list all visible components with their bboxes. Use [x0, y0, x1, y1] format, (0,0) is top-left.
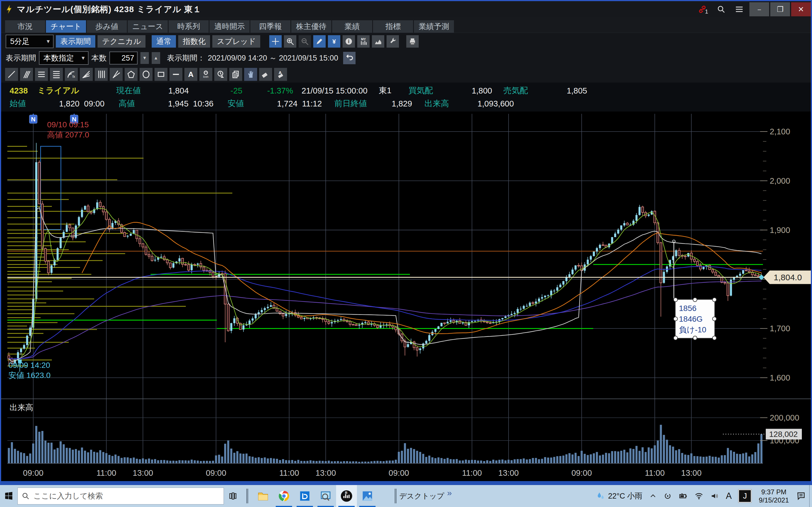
tab-市況[interactable]: 市況 — [5, 20, 45, 33]
hatch-lines-tool-button[interactable] — [20, 68, 33, 81]
chrome-taskbar-button[interactable] — [273, 485, 294, 507]
start-button[interactable] — [0, 485, 17, 507]
last-label: 現在値 — [116, 85, 141, 96]
yen-button[interactable]: ¥ — [328, 35, 340, 48]
tab-チャート[interactable]: チャート — [46, 20, 86, 33]
area-chart-button[interactable] — [372, 35, 384, 48]
period-toolbar: 表示期間 本数指定 ▼ 本数 257 ▼ ▲ 表示期間： 2021/09/09 … — [1, 50, 811, 66]
tab-指標[interactable]: 指標 — [373, 20, 413, 33]
pencil-button[interactable] — [313, 35, 326, 48]
clock-widget[interactable]: 9:37 PM 9/15/2021 — [759, 488, 789, 504]
fib-arcs-tool-button[interactable]: fx — [65, 68, 78, 81]
tab-株主優待[interactable]: 株主優待 — [291, 20, 331, 33]
zoom-in-icon — [286, 37, 294, 46]
reload-range-button[interactable] — [343, 52, 356, 64]
tab-歩み値[interactable]: 歩み値 — [87, 20, 127, 33]
tab-時系列[interactable]: 時系列 — [168, 20, 209, 33]
open-time: 09:00 — [84, 99, 105, 108]
interval-dropdown[interactable]: 5分足 ▼ — [6, 35, 54, 48]
crosshair-button[interactable] — [269, 35, 282, 48]
eraser-tool-button[interactable] — [259, 68, 272, 81]
wrench-icon — [389, 37, 397, 46]
taskbar-search-input[interactable]: ここに入力して検索 — [17, 488, 224, 504]
price-change: -25 — [189, 86, 243, 96]
high-label: 高値 — [119, 98, 135, 109]
count-label: 本数 — [91, 53, 107, 63]
restore-button[interactable]: ❐ — [770, 2, 790, 16]
count-up-button[interactable]: ▲ — [152, 52, 160, 64]
menu-icon[interactable] — [730, 1, 748, 17]
close-button[interactable]: ✕ — [791, 2, 811, 16]
tab-ニュース[interactable]: ニュース — [128, 20, 168, 33]
hlines4-tool-button[interactable] — [50, 68, 63, 81]
quote-datetime: 21/09/15 15:00:00 — [302, 86, 368, 96]
chevron-expand-icon[interactable]: » — [447, 488, 452, 498]
desktop-toolbar[interactable]: デスクトップ » — [395, 489, 452, 503]
show-desktop-button[interactable] — [809, 485, 812, 507]
action-center-icon[interactable] — [796, 491, 806, 501]
minimize-button[interactable]: － — [749, 2, 769, 16]
emoji-tool-button[interactable]: icon — [199, 68, 212, 81]
task-view-button[interactable] — [224, 485, 242, 507]
info-button[interactable]: i — [343, 35, 355, 48]
eraser-text-tool-button[interactable]: A — [274, 68, 287, 81]
copy-tool-button[interactable] — [229, 68, 242, 81]
toolbar-button-通常[interactable]: 通常 — [152, 35, 176, 48]
price-volume-chart[interactable]: 1,6001,7001,8001,9002,0002,100100,000200… — [1, 112, 811, 481]
mail-app-taskbar-button[interactable] — [294, 485, 315, 507]
pentagon-tool-button[interactable] — [124, 68, 138, 81]
clock-time: 9:37 PM — [759, 488, 789, 496]
tab-業績[interactable]: 業績 — [332, 20, 372, 33]
printer-button[interactable] — [406, 35, 419, 48]
ime-mode[interactable]: A — [726, 491, 732, 501]
photos-app-taskbar-button[interactable] — [357, 485, 378, 507]
text-a-tool-button[interactable]: A — [185, 68, 197, 81]
low-label: 安値 — [227, 98, 244, 109]
ime-lang-button[interactable]: J — [739, 490, 751, 503]
toolbar-button-表示期間[interactable]: 表示期間 — [56, 35, 95, 48]
bid-label: 買気配 — [408, 85, 433, 96]
battery-icon[interactable] — [679, 492, 688, 501]
count-mode-dropdown[interactable]: 本数指定 ▼ — [39, 51, 89, 65]
hlines3-icon — [37, 70, 46, 79]
svg-text:fx: fx — [72, 75, 75, 78]
svg-text:13:00: 13:00 — [315, 468, 336, 477]
drawing-toolbar: fxAiconA — [1, 66, 811, 82]
wrench-button[interactable] — [387, 35, 399, 48]
trendline-tool-button[interactable] — [5, 68, 18, 81]
weather-widget[interactable]: 22°C 小雨 — [596, 491, 643, 501]
tray-expand-icon[interactable] — [649, 492, 657, 500]
count-down-button[interactable]: ▼ — [140, 52, 149, 64]
tab-適時開示[interactable]: 適時開示 — [209, 20, 250, 33]
my-chart-button[interactable]: MY — [357, 35, 370, 48]
angle-lines-tool-button[interactable] — [110, 68, 123, 81]
toolbar-button-指数化[interactable]: 指数化 — [178, 35, 210, 48]
rectangle-tool-button[interactable] — [154, 68, 167, 81]
desktop-label: デスクトップ — [399, 491, 444, 501]
chart-area[interactable]: 1,6001,7001,8001,9002,0002,100100,000200… — [1, 112, 811, 481]
hsegment-tool-button[interactable] — [169, 68, 183, 81]
tab-四季報[interactable]: 四季報 — [250, 20, 290, 33]
search-icon[interactable] — [712, 1, 730, 17]
toolbar-button-テクニカル[interactable]: テクニカル — [98, 35, 146, 48]
wifi-icon[interactable] — [695, 492, 703, 501]
vlines-tool-button[interactable] — [95, 68, 108, 81]
svg-text:1,804.0: 1,804.0 — [774, 273, 802, 282]
sync-icon[interactable] — [663, 492, 672, 500]
running-indicator — [276, 506, 292, 507]
link-group-icon[interactable]: 1 — [694, 1, 712, 17]
snip-tool-taskbar-button[interactable] — [315, 485, 336, 507]
ellipse-tool-button[interactable] — [140, 68, 153, 81]
zoom-out-button[interactable] — [299, 35, 311, 48]
zoom-in-button[interactable] — [284, 35, 296, 48]
fan-lines-tool-button[interactable] — [80, 68, 93, 81]
tab-業績予測[interactable]: 業績予測 — [414, 20, 454, 33]
chart-app-taskbar-button[interactable]: R — [336, 485, 357, 507]
volume-icon[interactable] — [710, 492, 719, 501]
hand-tool-button[interactable] — [244, 68, 257, 81]
hlines3-tool-button[interactable] — [35, 68, 48, 81]
toolbar-button-スプレッド[interactable]: スプレッド — [212, 35, 260, 48]
file-explorer-taskbar-button[interactable] — [253, 485, 273, 507]
bar-count-input[interactable]: 257 — [109, 52, 138, 64]
time-arrow-tool-button[interactable] — [214, 68, 227, 81]
